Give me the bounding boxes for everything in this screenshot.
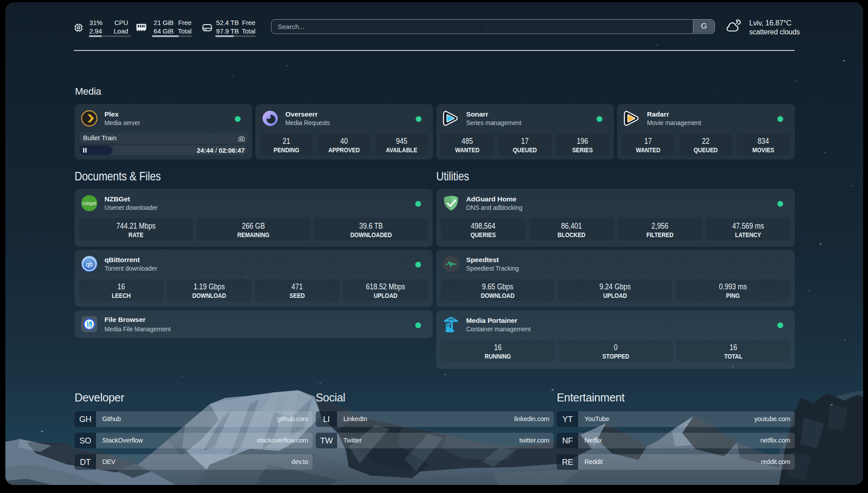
svg-text:qb: qb xyxy=(86,261,93,268)
svg-text:nzbget: nzbget xyxy=(83,201,96,206)
